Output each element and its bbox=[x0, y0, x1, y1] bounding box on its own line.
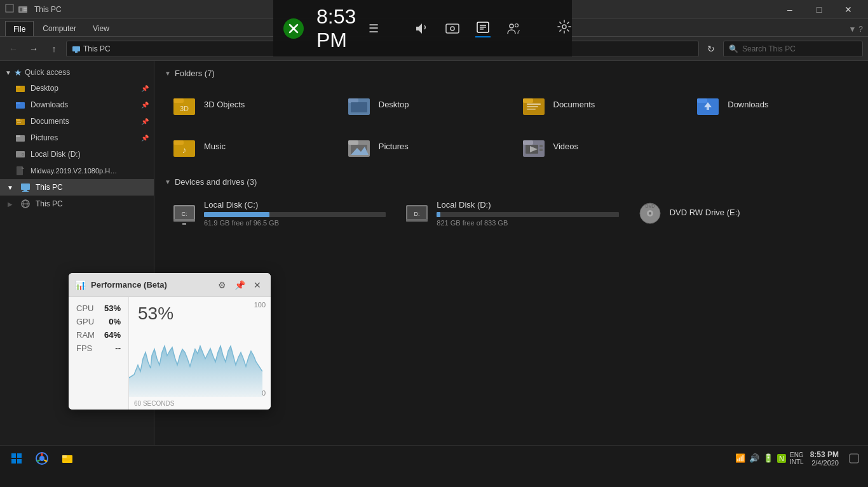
gpu-tray-icon[interactable]: N bbox=[777, 454, 786, 463]
folder-documents-icon bbox=[520, 91, 547, 117]
system-tray: 📶 🔊 🔋 N ENGINTL 8:53 PM 2/4/2020 bbox=[735, 450, 863, 467]
xbox-settings-icon[interactable] bbox=[557, 19, 572, 37]
drive-local-d[interactable]: D: Local Disk (D:) 821 GB free of 833 GB bbox=[397, 194, 625, 232]
up-button[interactable]: ↑ bbox=[46, 41, 62, 57]
folder-desktop-icon bbox=[346, 91, 372, 117]
folder-3d-objects[interactable]: 3D 3D Objects bbox=[165, 86, 334, 123]
folders-section-header[interactable]: ▼ Folders (7) bbox=[165, 69, 858, 78]
svg-rect-63 bbox=[406, 219, 428, 222]
tab-file[interactable]: File bbox=[5, 21, 34, 36]
svg-rect-38 bbox=[527, 109, 536, 110]
sidebar-section-quick-access[interactable]: ▼ ★ Quick access bbox=[0, 65, 154, 80]
svg-rect-6 bbox=[75, 51, 78, 53]
drive-d-size: 821 GB free of 833 GB bbox=[437, 219, 618, 227]
explorer-icon bbox=[60, 451, 74, 465]
svg-rect-33 bbox=[351, 102, 367, 112]
cpu-label: CPU bbox=[76, 304, 93, 313]
sidebar-item-pictures[interactable]: Pictures 📌 bbox=[0, 130, 154, 146]
sidebar-item-local-disk-d[interactable]: Local Disk (D:) bbox=[0, 146, 154, 163]
search-icon: 🔍 bbox=[729, 44, 738, 53]
folder-videos-icon bbox=[520, 133, 547, 159]
sidebar-item-desktop[interactable]: Desktop 📌 bbox=[0, 80, 154, 97]
folder-desktop[interactable]: Desktop bbox=[339, 86, 509, 123]
quick-access-chevron: ▼ bbox=[5, 69, 11, 76]
folder-downloads[interactable]: Downloads bbox=[688, 86, 858, 123]
network-tray-icon[interactable]: 📶 bbox=[735, 453, 745, 463]
svg-rect-14 bbox=[17, 122, 21, 123]
breadcrumb-text: This PC bbox=[83, 44, 111, 53]
xbox-logo[interactable] bbox=[283, 18, 304, 39]
svg-rect-22 bbox=[21, 183, 30, 190]
svg-rect-83 bbox=[850, 454, 858, 463]
xbox-volume-icon[interactable] bbox=[414, 21, 430, 36]
taskbar-chrome[interactable] bbox=[31, 447, 53, 470]
svg-point-91 bbox=[515, 23, 519, 27]
close-button[interactable]: ✕ bbox=[834, 0, 863, 19]
downloads-folder-icon bbox=[15, 100, 25, 110]
drive-dvd-e[interactable]: DVD DVD RW Drive (E:) bbox=[630, 194, 858, 232]
clock-time: 8:53 PM bbox=[810, 450, 839, 459]
perf-controls: ⚙ 📌 ✕ bbox=[215, 278, 264, 292]
refresh-button[interactable]: ↻ bbox=[703, 41, 719, 57]
title-bar-controls: – □ ✕ bbox=[775, 0, 863, 19]
sidebar-desktop-label: Desktop bbox=[31, 84, 58, 93]
ribbon-help-icon[interactable]: ? bbox=[858, 25, 863, 34]
xbox-screenshot-icon[interactable] bbox=[445, 21, 460, 36]
back-button[interactable]: ← bbox=[5, 41, 22, 57]
notification-bell-icon bbox=[849, 453, 859, 464]
tab-view[interactable]: View bbox=[85, 21, 117, 36]
volume-tray-icon[interactable]: 🔊 bbox=[749, 453, 759, 463]
sidebar-item-documents[interactable]: Documents 📌 bbox=[0, 113, 154, 130]
ribbon-collapse-icon[interactable]: ▼ bbox=[848, 25, 856, 34]
system-clock[interactable]: 8:53 PM 2/4/2020 bbox=[808, 450, 841, 467]
svg-point-85 bbox=[451, 27, 454, 30]
drives-section-header[interactable]: ▼ Devices and drives (3) bbox=[165, 177, 858, 187]
folder-documents[interactable]: Documents bbox=[514, 86, 684, 123]
folder-videos[interactable]: Videos bbox=[514, 128, 684, 164]
folder-downloads-icon bbox=[695, 91, 721, 117]
stat-ram: RAM 64% bbox=[76, 330, 121, 340]
battery-tray-icon[interactable]: 🔋 bbox=[763, 453, 773, 463]
svg-line-76 bbox=[44, 460, 48, 462]
xbox-friends-icon[interactable] bbox=[506, 21, 521, 36]
sidebar-item-this-pc[interactable]: ▼ This PC bbox=[0, 179, 154, 196]
folder-music-label: Music bbox=[204, 142, 226, 151]
start-button[interactable] bbox=[5, 447, 28, 470]
search-bar[interactable]: 🔍 Search This PC bbox=[723, 41, 863, 57]
sidebar-item-network[interactable]: ▶ This PC bbox=[0, 196, 154, 212]
xbox-menu-icon[interactable]: ☰ bbox=[369, 22, 379, 36]
tab-computer[interactable]: Computer bbox=[35, 21, 84, 36]
xbox-overlay: 8:53 PM ☰ bbox=[273, 0, 572, 57]
svg-rect-89 bbox=[480, 29, 484, 30]
sidebar-item-downloads[interactable]: Downloads 📌 bbox=[0, 97, 154, 113]
cpu-value: 53% bbox=[104, 304, 121, 313]
svg-point-92 bbox=[562, 25, 566, 29]
sidebar-item-midway[interactable]: Midway.2019.V2.1080p.HDRip.X264 bbox=[0, 163, 154, 179]
svg-rect-84 bbox=[446, 24, 459, 33]
xbox-activity-icon[interactable] bbox=[475, 20, 491, 37]
folder-desktop-label: Desktop bbox=[379, 100, 409, 109]
documents-pin-icon: 📌 bbox=[141, 118, 149, 125]
ram-value: 64% bbox=[104, 330, 121, 340]
windows-logo-icon bbox=[11, 453, 22, 464]
minimize-button[interactable]: – bbox=[775, 0, 804, 19]
drive-local-c[interactable]: C: Local Disk (C:) 61.9 GB free of 96.5 … bbox=[165, 194, 392, 232]
perf-pin-button[interactable]: 📌 bbox=[233, 278, 247, 292]
forward-button[interactable]: → bbox=[25, 41, 42, 57]
sidebar-documents-label: Documents bbox=[31, 117, 69, 126]
maximize-button[interactable]: □ bbox=[804, 0, 834, 19]
sidebar-downloads-label: Downloads bbox=[31, 100, 68, 109]
drive-e-info: DVD RW Drive (E:) bbox=[670, 208, 851, 220]
taskbar-explorer[interactable] bbox=[56, 447, 79, 470]
svg-point-67 bbox=[649, 212, 651, 215]
chart-percent: 53% bbox=[138, 304, 173, 324]
folder-pictures[interactable]: Pictures bbox=[339, 128, 509, 164]
svg-rect-71 bbox=[11, 459, 16, 464]
perf-header-icon: 📊 bbox=[75, 280, 86, 290]
title-bar-icons bbox=[5, 4, 14, 15]
perf-close-button[interactable]: ✕ bbox=[250, 278, 264, 292]
perf-settings-button[interactable]: ⚙ bbox=[215, 278, 229, 292]
lang-indicator[interactable]: ENGINTL bbox=[790, 451, 804, 465]
folder-music[interactable]: ♪ Music bbox=[165, 128, 334, 164]
notification-icon[interactable] bbox=[845, 450, 863, 467]
